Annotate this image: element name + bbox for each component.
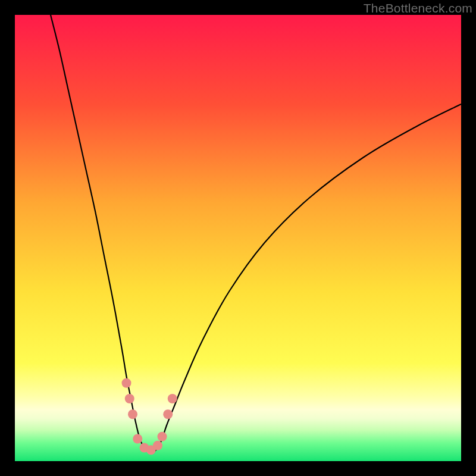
bottleneck-curve (51, 15, 461, 453)
marker-dot (168, 394, 177, 403)
marker-dot (163, 409, 173, 419)
chart-frame (15, 15, 461, 461)
marker-dot (158, 432, 167, 441)
marker-group (122, 378, 177, 455)
marker-dot (153, 441, 162, 450)
chart-plot (15, 15, 461, 461)
marker-dot (128, 409, 137, 419)
marker-dot (122, 378, 131, 388)
watermark-label: TheBottleneck.com (364, 1, 472, 15)
marker-dot (125, 394, 134, 403)
marker-dot (133, 434, 142, 444)
